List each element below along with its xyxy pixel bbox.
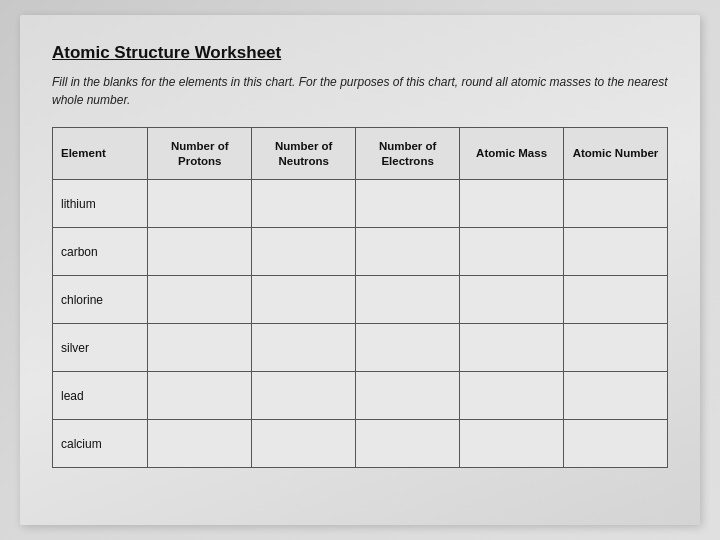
cell-atomic_mass <box>460 372 564 420</box>
cell-atomic_mass <box>460 180 564 228</box>
table-header-row: Element Number of Protons Number of Neut… <box>53 128 668 180</box>
cell-atomic_number <box>564 324 668 372</box>
cell-electrons <box>356 324 460 372</box>
cell-protons <box>148 180 252 228</box>
cell-atomic_number <box>564 276 668 324</box>
cell-atomic_number <box>564 372 668 420</box>
cell-electrons <box>356 420 460 468</box>
cell-protons <box>148 372 252 420</box>
cell-electrons <box>356 276 460 324</box>
cell-neutrons <box>252 228 356 276</box>
header-element: Element <box>53 128 148 180</box>
header-electrons: Number of Electrons <box>356 128 460 180</box>
worksheet-table: Element Number of Protons Number of Neut… <box>52 127 668 468</box>
cell-neutrons <box>252 324 356 372</box>
header-atomic-mass: Atomic Mass <box>460 128 564 180</box>
table-row: lithium <box>53 180 668 228</box>
header-atomic-number: Atomic Number <box>564 128 668 180</box>
table-row: carbon <box>53 228 668 276</box>
cell-element: carbon <box>53 228 148 276</box>
cell-atomic_mass <box>460 324 564 372</box>
cell-electrons <box>356 372 460 420</box>
cell-neutrons <box>252 276 356 324</box>
cell-electrons <box>356 180 460 228</box>
cell-protons <box>148 420 252 468</box>
cell-neutrons <box>252 180 356 228</box>
cell-atomic_mass <box>460 276 564 324</box>
cell-element: calcium <box>53 420 148 468</box>
cell-element: lithium <box>53 180 148 228</box>
header-protons: Number of Protons <box>148 128 252 180</box>
cell-protons <box>148 276 252 324</box>
cell-neutrons <box>252 372 356 420</box>
cell-atomic_number <box>564 228 668 276</box>
cell-element: silver <box>53 324 148 372</box>
cell-element: lead <box>53 372 148 420</box>
cell-electrons <box>356 228 460 276</box>
table-row: silver <box>53 324 668 372</box>
table-row: lead <box>53 372 668 420</box>
table-row: chlorine <box>53 276 668 324</box>
cell-atomic_number <box>564 420 668 468</box>
cell-protons <box>148 324 252 372</box>
cell-atomic_number <box>564 180 668 228</box>
cell-neutrons <box>252 420 356 468</box>
cell-atomic_mass <box>460 420 564 468</box>
slide: Atomic Structure Worksheet Fill in the b… <box>20 15 700 525</box>
cell-element: chlorine <box>53 276 148 324</box>
cell-atomic_mass <box>460 228 564 276</box>
page-title: Atomic Structure Worksheet <box>52 43 668 63</box>
table-row: calcium <box>53 420 668 468</box>
header-neutrons: Number of Neutrons <box>252 128 356 180</box>
cell-protons <box>148 228 252 276</box>
instructions-text: Fill in the blanks for the elements in t… <box>52 73 668 109</box>
